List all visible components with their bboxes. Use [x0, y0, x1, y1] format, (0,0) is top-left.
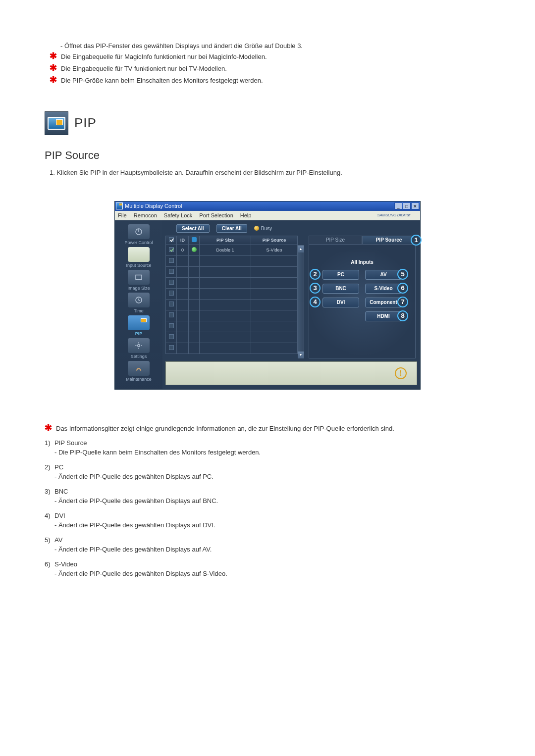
scrollbar[interactable]: ▴ ▾ [298, 245, 304, 358]
row-checkbox[interactable] [169, 247, 174, 252]
menu-bar: File Remocon Safety Lock Port Selection … [115, 211, 420, 220]
list-item: 2)PC- Ändert die PIP-Quelle des gewählte… [45, 462, 490, 482]
brand-logo: SAMSUNG DIGITall [377, 213, 410, 217]
callout-4: 4 [310, 297, 321, 307]
row-checkbox[interactable] [169, 323, 174, 328]
image-size-icon [128, 270, 150, 285]
callout-2: 2 [310, 269, 321, 280]
star-icon: ✱ [50, 76, 57, 83]
sidebar-item-maintenance[interactable]: Maintenance [117, 361, 160, 382]
cell-size: Double 1 [200, 245, 251, 255]
busy-indicator: Busy [254, 226, 272, 231]
table-row [166, 266, 298, 277]
status-bar: ! [165, 361, 417, 385]
star-icon: ✱ [50, 52, 57, 59]
star-note: ✱Die PIP-Größe kann beim Einschalten des… [50, 76, 490, 85]
star-note: ✱Die Eingabequelle für TV funktioniert n… [50, 64, 490, 73]
clear-all-button[interactable]: Clear All [216, 224, 247, 233]
table-row [166, 288, 298, 299]
row-checkbox[interactable] [169, 280, 174, 285]
source-hdmi-button[interactable]: HDMI8 [365, 311, 402, 321]
table-row [166, 277, 298, 288]
sidebar-item-label: PIP [117, 331, 160, 336]
col-status [189, 236, 200, 245]
table-row [166, 343, 298, 353]
table-row[interactable]: 0 Double 1 S-Video [166, 245, 298, 255]
table-row [166, 310, 298, 321]
menu-help[interactable]: Help [240, 212, 252, 218]
sidebar-item-label: Maintenance [117, 377, 160, 382]
sidebar-item-time[interactable]: Time [117, 293, 160, 313]
row-checkbox[interactable] [169, 291, 174, 296]
star-icon: ✱ [45, 424, 52, 431]
callout-5: 5 [397, 269, 408, 280]
sidebar-item-label: Time [117, 308, 160, 313]
menu-safety-lock[interactable]: Safety Lock [164, 212, 192, 218]
col-pip-size: PIP Size [200, 236, 251, 245]
sidebar-item-image-size[interactable]: Image Size [117, 270, 160, 291]
source-component-button[interactable]: Component7 [365, 298, 402, 307]
svg-rect-2 [136, 275, 142, 279]
cell-id: 0 [177, 245, 189, 255]
scroll-down-icon[interactable]: ▾ [298, 352, 304, 358]
row-checkbox[interactable] [169, 269, 174, 274]
sidebar-item-input-source[interactable]: Input Source [117, 247, 160, 268]
source-av-button[interactable]: AV5 [365, 270, 402, 280]
col-check[interactable] [166, 236, 177, 245]
all-inputs-label: All Inputs [309, 259, 415, 265]
row-checkbox[interactable] [169, 258, 174, 263]
sidebar-item-label: Power Control [117, 240, 160, 245]
close-button[interactable]: ✕ [411, 202, 419, 209]
menu-port-selection[interactable]: Port Selection [199, 212, 233, 218]
sidebar-item-settings[interactable]: Settings [117, 338, 160, 359]
sidebar: Power Control Input Source Image Size Ti… [115, 220, 162, 389]
source-bnc-button[interactable]: 3BNC [322, 284, 359, 294]
sub-note: - Öffnet das PIP-Fenster des gewählten D… [60, 42, 490, 50]
sidebar-item-power-control[interactable]: Power Control [117, 224, 160, 245]
maintenance-icon [128, 361, 150, 376]
titlebar: Multiple Display Control _ □ ✕ [115, 202, 420, 211]
app-icon [116, 202, 123, 209]
source-pc-button[interactable]: 2PC [322, 270, 359, 280]
window-title: Multiple Display Control [125, 203, 394, 209]
col-id: ID [177, 236, 189, 245]
scroll-up-icon[interactable]: ▴ [298, 246, 304, 252]
settings-icon [128, 338, 150, 353]
callout-7: 7 [397, 297, 408, 307]
minimize-button[interactable]: _ [394, 202, 402, 209]
time-icon [128, 293, 150, 307]
section-pip-icon [45, 111, 68, 135]
info-icon[interactable]: ! [395, 367, 407, 379]
status-dot-icon [192, 247, 197, 252]
menu-file[interactable]: File [118, 212, 127, 218]
section-title: PIP [74, 115, 97, 131]
col-pip-source: PIP Source [251, 236, 298, 245]
row-checkbox[interactable] [169, 302, 174, 306]
table-row [166, 255, 298, 266]
row-checkbox[interactable] [169, 345, 174, 350]
maximize-button[interactable]: □ [403, 202, 411, 209]
tab-pip-size[interactable]: PIP Size [309, 236, 362, 245]
source-svideo-button[interactable]: S-Video6 [365, 284, 402, 294]
pip-icon [128, 315, 150, 330]
tab-pip-source[interactable]: PIP Source 1 [362, 236, 416, 245]
sidebar-item-label: Settings [117, 354, 160, 359]
table-row [166, 299, 298, 310]
row-checkbox[interactable] [169, 334, 174, 339]
callout-1: 1 [411, 235, 422, 246]
svg-point-4 [138, 344, 140, 347]
callout-8: 8 [397, 310, 408, 321]
menu-remocon[interactable]: Remocon [134, 212, 157, 218]
sidebar-item-label: Input Source [117, 263, 160, 268]
info-grid: ID PIP Size PIP Source 0 Double 1 S-Vid [165, 236, 298, 358]
callout-6: 6 [397, 283, 408, 294]
table-row [166, 332, 298, 343]
sidebar-item-pip[interactable]: PIP [117, 315, 160, 336]
list-item: 1)PIP Source- Die PIP-Quelle kann beim E… [45, 438, 490, 457]
select-all-button[interactable]: Select All [176, 224, 210, 233]
sub-heading: PIP Source [45, 149, 490, 162]
row-checkbox[interactable] [169, 312, 174, 317]
source-dvi-button[interactable]: 4DVI [322, 298, 359, 307]
sidebar-item-label: Image Size [117, 286, 160, 291]
app-window: Multiple Display Control _ □ ✕ File Remo… [114, 201, 421, 390]
